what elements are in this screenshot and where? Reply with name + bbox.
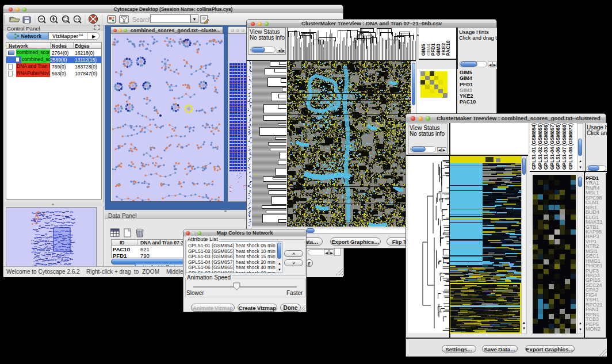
svg-text:1:1: 1:1: [75, 17, 79, 21]
